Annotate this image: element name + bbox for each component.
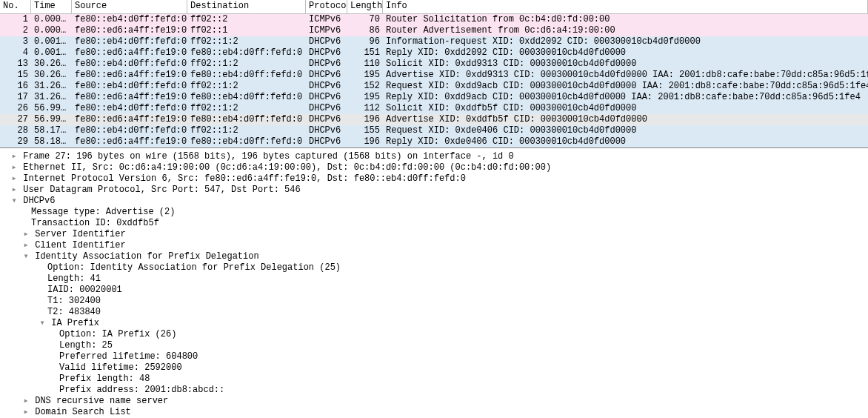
cell-proto: DHCPv6 (306, 92, 347, 103)
cell-info: Advertise XID: 0xdd9313 CID: 000300010cb… (383, 70, 868, 81)
tree-iapd-t2[interactable]: T2: 483840 (0, 307, 868, 318)
cell-src: fe80::eb4:d0ff:fefd:0 (72, 14, 187, 25)
col-dst[interactable]: Destination (187, 0, 306, 13)
cell-no: 3 (0, 36, 31, 47)
cell-dst: fe80::eb4:d0ff:fefd:0 (187, 47, 306, 59)
cell-src: fe80::ed6:a4ff:fe19:0 (72, 92, 187, 103)
cell-no: 16 (0, 81, 31, 92)
cell-len: 70 (347, 14, 383, 25)
cell-proto: DHCPv6 (306, 59, 347, 70)
tree-iap-prefixaddr[interactable]: Prefix address: 2001:db8:abcd:: (0, 385, 868, 396)
packet-row[interactable]: 1530.26…fe80::ed6:a4ff:fe19:0fe80::eb4:d… (0, 70, 868, 81)
cell-dst: fe80::eb4:d0ff:fefd:0 (187, 114, 306, 125)
cell-proto: DHCPv6 (306, 81, 347, 92)
cell-info: Solicit XID: 0xddfb5f CID: 000300010cb4d… (383, 103, 868, 114)
packet-detail-tree[interactable]: ▸ Frame 27: 196 bytes on wire (1568 bits… (0, 148, 868, 418)
packet-row[interactable]: 2656.99…fe80::eb4:d0ff:fefd:0ff02::1:2DH… (0, 103, 868, 114)
collapse-icon[interactable]: ▾ (22, 251, 30, 262)
cell-time: 56.99… (31, 103, 72, 114)
packet-row[interactable]: 10.000…fe80::eb4:d0ff:fefd:0ff02::2ICMPv… (0, 14, 868, 25)
tree-domain-search[interactable]: ▸ Domain Search List (0, 407, 868, 418)
tree-iap-preferred[interactable]: Preferred lifetime: 604800 (0, 351, 868, 362)
packet-list-header: No. Time Source Destination Protocol Len… (0, 0, 868, 14)
col-src[interactable]: Source (72, 0, 187, 13)
cell-proto: DHCPv6 (306, 70, 347, 81)
packet-row[interactable]: 1631.26…fe80::eb4:d0ff:fefd:0ff02::1:2DH… (0, 81, 868, 92)
tree-iapd[interactable]: ▾ Identity Association for Prefix Delega… (0, 251, 868, 262)
expand-icon[interactable]: ▸ (22, 240, 30, 251)
packet-row[interactable]: 1330.26…fe80::eb4:d0ff:fefd:0ff02::1:2DH… (0, 59, 868, 70)
collapse-icon[interactable]: ▾ (10, 196, 18, 207)
cell-no: 29 (0, 136, 31, 147)
packet-row[interactable]: 20.000…fe80::ed6:a4ff:fe19:0ff02::1ICMPv… (0, 25, 868, 36)
cell-info: Request XID: 0xde0406 CID: 000300010cb4d… (383, 125, 868, 136)
tree-iapd-iaid[interactable]: IAID: 00020001 (0, 285, 868, 296)
cell-time: 58.18… (31, 136, 72, 147)
cell-no: 2 (0, 25, 31, 36)
packet-list[interactable]: No. Time Source Destination Protocol Len… (0, 0, 868, 148)
expand-icon[interactable]: ▸ (22, 407, 30, 418)
expand-icon[interactable]: ▸ (22, 396, 30, 407)
tree-client-id[interactable]: ▸ Client Identifier (0, 240, 868, 251)
packet-row[interactable]: 2858.17…fe80::eb4:d0ff:fefd:0ff02::1:2DH… (0, 125, 868, 136)
cell-info: Solicit XID: 0xdd9313 CID: 000300010cb4d… (383, 59, 868, 70)
col-time[interactable]: Time (31, 0, 72, 13)
cell-len: 96 (347, 36, 383, 47)
cell-dst: ff02::1:2 (187, 103, 306, 114)
collapse-icon[interactable]: ▾ (39, 318, 46, 329)
cell-proto: DHCPv6 (306, 36, 347, 47)
col-info[interactable]: Info (383, 0, 868, 13)
cell-src: fe80::eb4:d0ff:fefd:0 (72, 59, 187, 70)
packet-row[interactable]: 2958.18…fe80::ed6:a4ff:fe19:0fe80::eb4:d… (0, 136, 868, 147)
tree-ethernet[interactable]: ▸ Ethernet II, Src: 0c:d6:a4:19:00:00 (0… (0, 162, 868, 173)
cell-time: 56.99… (31, 114, 72, 125)
cell-time: 0.001… (31, 47, 72, 59)
tree-frame[interactable]: ▸ Frame 27: 196 bytes on wire (1568 bits… (0, 151, 868, 162)
cell-src: fe80::eb4:d0ff:fefd:0 (72, 36, 187, 47)
cell-no: 26 (0, 103, 31, 114)
expand-icon[interactable]: ▸ (10, 185, 18, 196)
tree-dhcpv6[interactable]: ▾ DHCPv6 (0, 196, 868, 207)
cell-dst: ff02::1:2 (187, 125, 306, 136)
cell-no: 1 (0, 14, 31, 25)
packet-row[interactable]: 2756.99…fe80::ed6:a4ff:fe19:0fe80::eb4:d… (0, 114, 868, 125)
cell-info: Router Solicitation from 0c:b4:d0:fd:00:… (383, 14, 868, 25)
col-len[interactable]: Length (347, 0, 383, 13)
cell-time: 0.001… (31, 36, 72, 47)
col-proto[interactable]: Protocol (306, 0, 347, 13)
cell-len: 195 (347, 70, 383, 81)
tree-iap-prefixlen[interactable]: Prefix length: 48 (0, 374, 868, 385)
cell-no: 13 (0, 59, 31, 70)
tree-iapd-length[interactable]: Length: 41 (0, 273, 868, 285)
tree-udp[interactable]: ▸ User Datagram Protocol, Src Port: 547,… (0, 185, 868, 196)
cell-len: 155 (347, 125, 383, 136)
packet-row[interactable]: 40.001…fe80::ed6:a4ff:fe19:0fe80::eb4:d0… (0, 47, 868, 59)
tree-dns[interactable]: ▸ DNS recursive name server (0, 396, 868, 407)
expand-icon[interactable]: ▸ (10, 162, 18, 173)
tree-server-id[interactable]: ▸ Server Identifier (0, 229, 868, 240)
tree-iap-valid[interactable]: Valid lifetime: 2592000 (0, 362, 868, 374)
cell-proto: DHCPv6 (306, 114, 347, 125)
tree-iaprefix[interactable]: ▾ IA Prefix (0, 318, 868, 329)
cell-info: Reply XID: 0xdd2092 CID: 000300010cb4d0f… (383, 47, 868, 59)
tree-iapd-option[interactable]: Option: Identity Association for Prefix … (0, 262, 868, 273)
expand-icon[interactable]: ▸ (10, 151, 18, 162)
cell-dst: fe80::eb4:d0ff:fefd:0 (187, 92, 306, 103)
tree-iapd-t1[interactable]: T1: 302400 (0, 296, 868, 307)
tree-xid[interactable]: Transaction ID: 0xddfb5f (0, 218, 868, 229)
cell-src: fe80::ed6:a4ff:fe19:0 (72, 136, 187, 147)
packet-row[interactable]: 30.001…fe80::eb4:d0ff:fefd:0ff02::1:2DHC… (0, 36, 868, 47)
cell-time: 0.000… (31, 14, 72, 25)
tree-iap-length[interactable]: Length: 25 (0, 340, 868, 351)
tree-ipv6[interactable]: ▸ Internet Protocol Version 6, Src: fe80… (0, 173, 868, 185)
col-no[interactable]: No. (0, 0, 31, 13)
tree-iap-option[interactable]: Option: IA Prefix (26) (0, 329, 868, 340)
cell-src: fe80::ed6:a4ff:fe19:0 (72, 25, 187, 36)
cell-time: 31.26… (31, 92, 72, 103)
packet-row[interactable]: 1731.26…fe80::ed6:a4ff:fe19:0fe80::eb4:d… (0, 92, 868, 103)
cell-src: fe80::eb4:d0ff:fefd:0 (72, 125, 187, 136)
expand-icon[interactable]: ▸ (10, 173, 18, 185)
expand-icon[interactable]: ▸ (22, 229, 30, 240)
tree-msgtype[interactable]: Message type: Advertise (2) (0, 207, 868, 218)
cell-time: 30.26… (31, 59, 72, 70)
